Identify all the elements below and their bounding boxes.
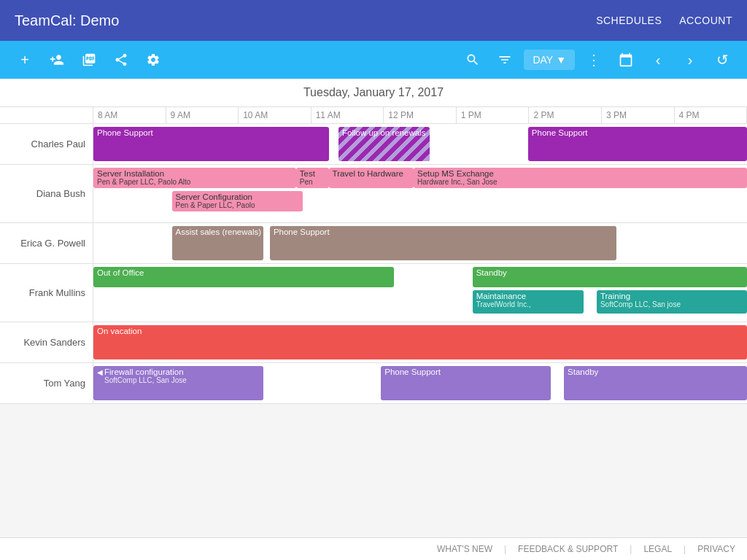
event-charles-phone-support-2[interactable]: Phone Support bbox=[528, 127, 747, 161]
events-frank-mullins: Out of Office Standby Maintainance Trave… bbox=[93, 264, 747, 322]
time-10am: 10 AM bbox=[239, 107, 311, 123]
event-tom-firewall[interactable]: ◀ Firewall configuration SoftComp LLC, S… bbox=[93, 366, 263, 400]
time-8am: 8 AM bbox=[93, 107, 166, 123]
person-frank-mullins: Frank Mullins bbox=[0, 264, 93, 322]
footer-whats-new[interactable]: WHAT'S NEW bbox=[437, 544, 492, 554]
event-diana-travel[interactable]: Travel to Hardware bbox=[329, 168, 414, 188]
events-erica-powell: Assist sales (renewals) Phone Support bbox=[93, 223, 747, 263]
header-nav: SCHEDULES ACCOUNT bbox=[596, 15, 732, 26]
person-diana-bush: Diana Bush bbox=[0, 165, 93, 222]
add-person-button[interactable] bbox=[44, 47, 70, 73]
event-frank-standby[interactable]: Standby bbox=[473, 267, 747, 287]
event-tom-phone-support[interactable]: Phone Support bbox=[381, 366, 551, 400]
add-button[interactable]: + bbox=[12, 46, 38, 74]
row-diana-bush: Diana Bush Server Installation Pen & Pap… bbox=[0, 165, 747, 223]
label-header-spacer bbox=[0, 107, 93, 123]
event-frank-training[interactable]: Training SoftComp LLC, San jose bbox=[597, 290, 747, 314]
events-kevin-sanders: On vacation bbox=[93, 322, 747, 362]
calendar: 8 AM 9 AM 10 AM 11 AM 12 PM 1 PM 2 PM 3 … bbox=[0, 107, 747, 404]
date-header: Tuesday, January 17, 2017 bbox=[0, 79, 747, 107]
time-header-row: 8 AM 9 AM 10 AM 11 AM 12 PM 1 PM 2 PM 3 … bbox=[0, 107, 747, 124]
row-frank-mullins: Frank Mullins Out of Office Standby Main… bbox=[0, 264, 747, 322]
nav-schedules[interactable]: SCHEDULES bbox=[596, 15, 662, 26]
footer: WHAT'S NEW | FEEDBACK & SUPPORT | LEGAL … bbox=[0, 537, 747, 560]
calendar-button[interactable] bbox=[613, 47, 639, 73]
event-erica-phone-support[interactable]: Phone Support bbox=[270, 226, 616, 260]
time-cells: 8 AM 9 AM 10 AM 11 AM 12 PM 1 PM 2 PM 3 … bbox=[93, 107, 747, 123]
events-charles-paul: Phone Support Follow up on renewals Phon… bbox=[93, 124, 747, 164]
event-kevin-vacation[interactable]: On vacation bbox=[93, 325, 747, 359]
nav-account[interactable]: ACCOUNT bbox=[679, 15, 732, 26]
event-frank-out-of-office[interactable]: Out of Office bbox=[93, 267, 394, 287]
event-charles-follow-up[interactable]: Follow up on renewals bbox=[338, 127, 430, 161]
time-1pm: 1 PM bbox=[457, 107, 530, 123]
event-diana-test[interactable]: Test Pen bbox=[296, 168, 329, 188]
events-tom-yang: ◀ Firewall configuration SoftComp LLC, S… bbox=[93, 363, 747, 403]
footer-privacy[interactable]: PRIVACY bbox=[697, 544, 735, 554]
event-charles-phone-support-1[interactable]: Phone Support bbox=[93, 127, 329, 161]
time-9am: 9 AM bbox=[166, 107, 239, 123]
filter-button[interactable] bbox=[492, 47, 518, 73]
event-tom-standby[interactable]: Standby bbox=[564, 366, 747, 400]
app-header: TeamCal: Demo SCHEDULES ACCOUNT bbox=[0, 0, 747, 41]
search-button[interactable] bbox=[460, 47, 486, 73]
footer-legal[interactable]: LEGAL bbox=[643, 544, 672, 554]
share-button[interactable] bbox=[108, 47, 134, 73]
day-view-dropdown[interactable]: DAY ▼ bbox=[524, 50, 575, 70]
row-tom-yang: Tom Yang ◀ Firewall configuration SoftCo… bbox=[0, 363, 747, 404]
refresh-button[interactable]: ↺ bbox=[709, 45, 735, 74]
time-12pm: 12 PM bbox=[384, 107, 457, 123]
row-charles-paul: Charles Paul Phone Support Follow up on … bbox=[0, 124, 747, 165]
person-tom-yang: Tom Yang bbox=[0, 363, 93, 403]
footer-feedback[interactable]: FEEDBACK & SUPPORT bbox=[518, 544, 618, 554]
person-kevin-sanders: Kevin Sanders bbox=[0, 322, 93, 362]
events-diana-bush: Server Installation Pen & Paper LLC, Pao… bbox=[93, 165, 747, 222]
time-11am: 11 AM bbox=[311, 107, 384, 123]
row-kevin-sanders: Kevin Sanders On vacation bbox=[0, 322, 747, 363]
settings-button[interactable] bbox=[140, 47, 166, 73]
time-4pm: 4 PM bbox=[675, 107, 748, 123]
event-diana-setup-exchange[interactable]: Setup MS Exchange Hardware Inc., San Jos… bbox=[414, 168, 747, 188]
row-erica-powell: Erica G. Powell Assist sales (renewals) … bbox=[0, 223, 747, 264]
person-charles-paul: Charles Paul bbox=[0, 124, 93, 164]
prev-button[interactable]: ‹ bbox=[645, 46, 671, 74]
toolbar: + DAY ▼ ⋮ ‹ › ↺ bbox=[0, 41, 747, 79]
event-diana-server-config[interactable]: Server Configuration Pen & Paper LLC, Pa… bbox=[172, 191, 303, 211]
event-erica-assist-sales[interactable]: Assist sales (renewals) bbox=[172, 226, 263, 260]
person-erica-powell: Erica G. Powell bbox=[0, 223, 93, 263]
app-title: TeamCal: Demo bbox=[15, 12, 119, 29]
event-diana-server-install[interactable]: Server Installation Pen & Paper LLC, Pao… bbox=[93, 168, 296, 188]
event-frank-maintainance[interactable]: Maintainance TravelWorld Inc., bbox=[473, 290, 584, 314]
time-2pm: 2 PM bbox=[529, 107, 602, 123]
time-3pm: 3 PM bbox=[602, 107, 675, 123]
pdf-button[interactable] bbox=[76, 47, 102, 73]
more-button[interactable]: ⋮ bbox=[581, 45, 607, 74]
next-button[interactable]: › bbox=[677, 46, 703, 74]
